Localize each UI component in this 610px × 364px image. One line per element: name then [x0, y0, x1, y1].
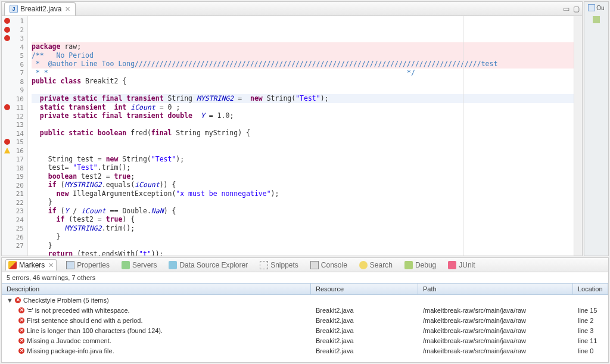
- marker-description: '=' is not preceded with whitespace.: [27, 307, 130, 314]
- line-number[interactable]: 4: [2, 43, 27, 52]
- line-number[interactable]: 15: [2, 138, 27, 147]
- error-marker-icon[interactable]: [4, 104, 10, 110]
- line-number[interactable]: 9: [2, 86, 27, 95]
- error-icon: ✕: [18, 307, 24, 313]
- line-number[interactable]: 11: [2, 104, 27, 113]
- tab-junit[interactable]: JUnit: [446, 260, 477, 270]
- table-row[interactable]: ✕Missing package-info.java file.Breakit2…: [2, 346, 608, 356]
- line-number[interactable]: 23: [2, 207, 27, 216]
- search-icon: [359, 261, 368, 269]
- editor-tab-title: Breakit2.java: [20, 5, 61, 13]
- table-row[interactable]: ✕Missing a Javadoc comment.Breakit2.java…: [2, 335, 608, 346]
- collapse-icon[interactable]: ▼: [7, 297, 13, 304]
- tab-debug[interactable]: Debug: [402, 260, 438, 270]
- line-number[interactable]: 12: [2, 113, 27, 122]
- line-number[interactable]: 8: [2, 78, 27, 87]
- code-line[interactable]: [32, 138, 574, 147]
- code-line[interactable]: new IllegalArgumentException("x must be …: [32, 189, 574, 198]
- minimized-view-shortcut[interactable]: [593, 16, 600, 23]
- code-line[interactable]: private static final transient double Y …: [32, 111, 574, 120]
- line-number[interactable]: 20: [2, 182, 27, 191]
- line-number[interactable]: 6: [2, 61, 27, 70]
- marker-path: /makeitbreak-raw/src/main/java/raw: [418, 307, 573, 314]
- table-row[interactable]: ✕'=' is not preceded with whitespace.Bre…: [2, 305, 608, 315]
- line-number[interactable]: 2: [2, 26, 27, 35]
- workspace: J Breakit2.java ✕ ▭ ▢ 123456789101112131…: [0, 0, 610, 364]
- line-number[interactable]: 17: [2, 155, 27, 164]
- tab-markers[interactable]: Markers ✕: [5, 259, 57, 270]
- code-line[interactable]: return (test.endsWith("t"));: [32, 250, 574, 256]
- code-line[interactable]: package raw;: [32, 42, 574, 51]
- table-row[interactable]: ✕Line is longer than 100 characters (fou…: [2, 325, 608, 335]
- warning-marker-icon[interactable]: [4, 148, 10, 154]
- col-description[interactable]: Description: [2, 284, 311, 294]
- line-number[interactable]: 7: [2, 69, 27, 78]
- maximize-icon[interactable]: ▢: [573, 5, 580, 13]
- line-number[interactable]: 21: [2, 190, 27, 199]
- markers-rows: ▼ ✕ Checkstyle Problem (5 items) ✕'=' is…: [2, 295, 608, 356]
- line-number[interactable]: 3: [2, 35, 27, 43]
- tab-snippets[interactable]: Snippets: [257, 260, 301, 270]
- tab-search[interactable]: Search: [357, 260, 395, 270]
- code-line[interactable]: * @author Line Too Long/////////////////…: [32, 60, 574, 69]
- code-line[interactable]: if (MYSTRING2.equals(iCount)) {: [32, 181, 574, 189]
- code-line[interactable]: test= "Test".trim();: [32, 163, 574, 172]
- line-number[interactable]: 22: [2, 199, 27, 208]
- outline-view-shortcut[interactable]: Ou: [588, 4, 604, 11]
- col-resource[interactable]: Resource: [311, 284, 418, 294]
- code-line[interactable]: public class Breakit2 {: [32, 77, 574, 86]
- line-number[interactable]: 1: [2, 17, 27, 26]
- code-line[interactable]: boolean test2 = true;: [32, 172, 574, 181]
- code-line[interactable]: public static boolean fred(final String …: [32, 129, 574, 138]
- tab-servers[interactable]: Servers: [119, 260, 159, 270]
- code-line[interactable]: /** No Period: [32, 51, 574, 60]
- line-number[interactable]: 24: [2, 216, 27, 225]
- marker-description: Line is longer than 100 characters (foun…: [27, 327, 163, 334]
- error-marker-icon[interactable]: [4, 35, 10, 41]
- marker-path: /makeitbreak-raw/src/main/java/raw: [418, 347, 573, 354]
- close-icon[interactable]: ✕: [65, 5, 70, 13]
- code-line[interactable]: private static final transient String MY…: [32, 94, 574, 103]
- tab-properties[interactable]: Properties: [64, 260, 112, 270]
- line-number[interactable]: 18: [2, 164, 27, 173]
- error-marker-icon[interactable]: [4, 18, 10, 24]
- code-line[interactable]: [32, 146, 574, 155]
- col-path[interactable]: Path: [418, 284, 573, 294]
- editor-scrollbar[interactable]: [574, 16, 582, 256]
- line-number[interactable]: 14: [2, 130, 27, 139]
- code-line[interactable]: [32, 86, 574, 95]
- error-marker-icon[interactable]: [4, 27, 10, 33]
- close-icon[interactable]: ✕: [48, 262, 54, 269]
- code-line[interactable]: }: [32, 241, 574, 250]
- markers-group-row[interactable]: ▼ ✕ Checkstyle Problem (5 items): [2, 295, 608, 305]
- line-number[interactable]: 26: [2, 234, 27, 242]
- minimize-icon[interactable]: ▭: [563, 5, 569, 13]
- tab-console[interactable]: Console: [308, 260, 350, 270]
- code-line[interactable]: if (test2 = true) {: [32, 215, 574, 224]
- tab-data-source-explorer[interactable]: Data Source Explorer: [166, 260, 250, 270]
- line-number[interactable]: 16: [2, 147, 27, 156]
- line-number[interactable]: 27: [2, 242, 27, 251]
- line-number[interactable]: 19: [2, 173, 27, 182]
- line-number[interactable]: 25: [2, 225, 27, 234]
- code-line[interactable]: if (Y / iCount == Double.NaN) {: [32, 207, 574, 216]
- editor-panel: J Breakit2.java ✕ ▭ ▢ 123456789101112131…: [1, 1, 583, 256]
- debug-icon: [404, 261, 413, 269]
- error-marker-icon[interactable]: [4, 139, 10, 145]
- code-line[interactable]: }: [32, 232, 574, 241]
- code-line[interactable]: [32, 120, 574, 129]
- line-number[interactable]: 5: [2, 52, 27, 61]
- table-row[interactable]: ✕First sentence should end with a period…: [2, 315, 608, 325]
- code-line[interactable]: }: [32, 198, 574, 207]
- line-number[interactable]: 10: [2, 95, 27, 104]
- code-line[interactable]: MYSTRING2.trim();: [32, 224, 574, 233]
- code-area[interactable]: package raw;/** No Period * @author Line…: [28, 16, 574, 256]
- line-number-gutter[interactable]: 1234567891011121314151617181920212223242…: [2, 16, 28, 256]
- editor-tab[interactable]: J Breakit2.java ✕: [4, 2, 76, 15]
- code-line[interactable]: * * */: [32, 69, 574, 77]
- line-number[interactable]: 13: [2, 121, 27, 130]
- code-line[interactable]: String test = new String("Test");: [32, 155, 574, 164]
- code-line[interactable]: static transient int iCount = 0 ;: [32, 103, 574, 112]
- col-location[interactable]: Location: [573, 284, 608, 294]
- markers-table-header: Description Resource Path Location: [2, 283, 608, 295]
